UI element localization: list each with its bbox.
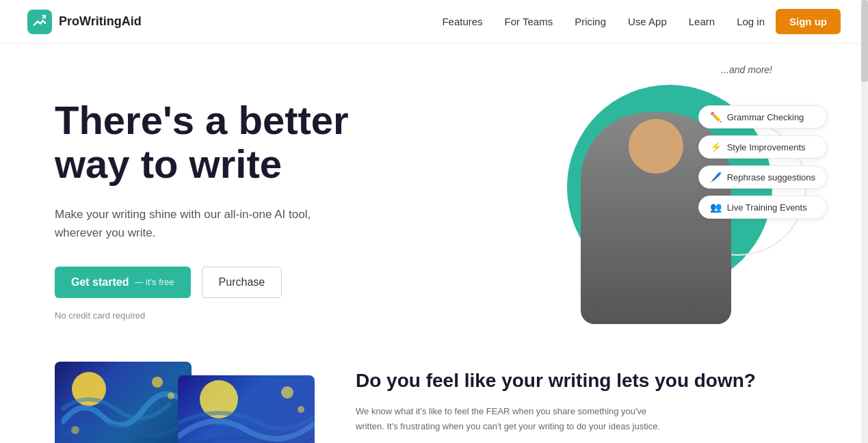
feature-tag-rephrase: 🖊️ Rephrase suggestions <box>698 165 827 189</box>
and-more-label: ...and more! <box>721 64 772 75</box>
scrollbar[interactable] <box>861 0 868 443</box>
second-right: Do you feel like your writing lets you d… <box>356 362 813 435</box>
second-section: My idea in my head Do you feel like your… <box>0 348 868 443</box>
grammar-icon: ✏️ <box>710 111 722 122</box>
logo-area[interactable]: ProWritingAid <box>27 10 142 34</box>
hero-illustration: ...and more! ✏️ Grammar Checking ⚡ Style… <box>540 64 827 324</box>
navbar: ProWritingAid Features For Teams Pricing… <box>0 0 868 44</box>
nav-pricing[interactable]: Pricing <box>575 16 606 27</box>
nav-features[interactable]: Features <box>442 16 482 27</box>
svg-point-2 <box>168 392 174 399</box>
person-head <box>629 119 683 174</box>
logo-text: ProWritingAid <box>59 14 142 29</box>
signup-button[interactable]: Sign up <box>776 9 841 34</box>
hero-title: There's a better way to write <box>55 98 410 186</box>
login-button[interactable]: Log in <box>737 16 765 27</box>
svg-point-3 <box>71 426 79 434</box>
starry-card-1 <box>55 362 192 443</box>
nav-for-teams[interactable]: For Teams <box>505 16 553 27</box>
nav-learn[interactable]: Learn <box>689 16 715 27</box>
scrollbar-thumb[interactable] <box>861 0 868 82</box>
logo-icon <box>27 10 52 34</box>
hero-subtitle: Make your writing shine with our all-in-… <box>55 205 315 242</box>
svg-point-1 <box>152 377 163 388</box>
rephrase-icon: 🖊️ <box>710 172 722 183</box>
feature-tag-style: ⚡ Style Improvements <box>698 135 827 159</box>
feature-tag-grammar: ✏️ Grammar Checking <box>698 105 827 129</box>
second-title: Do you feel like your writing lets you d… <box>356 368 813 393</box>
starry-card-2 <box>178 375 315 443</box>
svg-point-5 <box>281 386 293 399</box>
no-credit-text: No credit card required <box>55 310 410 321</box>
second-left: My idea in my head <box>55 362 315 443</box>
hero-left: There's a better way to write Make your … <box>55 85 410 321</box>
hero-section: There's a better way to write Make your … <box>0 44 868 348</box>
svg-point-6 <box>298 406 304 413</box>
second-body: We know what it's like to feel the FEAR … <box>356 404 670 434</box>
feature-tag-training: 👥 Live Training Events <box>698 196 827 219</box>
starry-night-container: My idea in my head <box>55 362 301 443</box>
nav-actions: Log in Sign up <box>737 9 841 34</box>
get-started-button[interactable]: Get started — it's free <box>55 267 191 298</box>
nav-links: Features For Teams Pricing Use App Learn <box>442 16 715 27</box>
feature-tags: ✏️ Grammar Checking ⚡ Style Improvements… <box>698 105 827 219</box>
hero-right: ...and more! ✏️ Grammar Checking ⚡ Style… <box>410 85 813 317</box>
purchase-button[interactable]: Purchase <box>202 267 282 298</box>
nav-use-app[interactable]: Use App <box>628 16 667 27</box>
style-icon: ⚡ <box>710 142 722 152</box>
training-icon: 👥 <box>710 202 722 213</box>
hero-buttons: Get started — it's free Purchase <box>55 267 410 298</box>
